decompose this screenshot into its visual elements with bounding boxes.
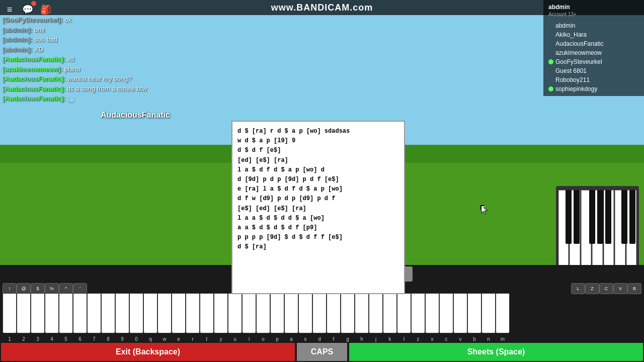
key-label-o: o xyxy=(256,336,270,342)
piano-white-key-2[interactable] xyxy=(17,293,31,333)
piano-white-key-c[interactable] xyxy=(439,293,453,333)
piano-white-key-i[interactable] xyxy=(242,293,256,333)
hamburger-menu-icon[interactable]: ≡ xyxy=(3,3,17,17)
chat-username: [AudaciousFanatic]: xyxy=(3,75,65,82)
chat-line: [AudaciousFanatic]: xd xyxy=(3,54,214,64)
key-label-7: 7 xyxy=(87,336,101,342)
player-name: AudaciousFanatic xyxy=(555,40,603,47)
piano-white-key-t[interactable] xyxy=(200,293,214,333)
deco-black-key xyxy=(566,190,572,244)
player-spacer xyxy=(548,68,553,73)
player-spacer xyxy=(548,41,553,46)
player-status-icon xyxy=(548,59,553,64)
piano-white-key-5[interactable] xyxy=(59,293,73,333)
piano-white-key-r[interactable] xyxy=(186,293,200,333)
player-spacer xyxy=(548,32,553,37)
key-label-g: g xyxy=(341,336,355,342)
piano-white-key-1[interactable] xyxy=(3,293,17,333)
symbol-key[interactable]: ! xyxy=(3,283,17,294)
player-name: Roboboy211 xyxy=(555,76,590,83)
piano-white-key-0[interactable] xyxy=(129,293,143,333)
right-symbol-key[interactable]: V xyxy=(613,283,627,294)
exit-button[interactable]: Exit (Backspace) xyxy=(1,343,295,361)
piano-white-key-7[interactable] xyxy=(87,293,101,333)
symbol-key[interactable]: ' xyxy=(73,283,87,294)
piano-white-key-s[interactable] xyxy=(298,293,312,333)
piano-white-key-4[interactable] xyxy=(45,293,59,333)
right-symbol-key[interactable]: C xyxy=(599,283,613,294)
piano-white-key-u[interactable] xyxy=(228,293,242,333)
piano-white-key-f[interactable] xyxy=(327,293,341,333)
piano-white-key-m[interactable] xyxy=(496,293,510,333)
sheet-line: e [ra] l a $ d f d $ a p [wo] xyxy=(237,185,399,194)
chat-message: soo bad xyxy=(32,36,57,43)
player-item: Akiko_Hara xyxy=(546,30,641,39)
key-label-s: s xyxy=(298,336,312,342)
symbol-key[interactable]: $ xyxy=(31,283,45,294)
symbol-key[interactable]: % xyxy=(45,283,59,294)
chat-line: [abdmin]: XD xyxy=(3,45,214,55)
piano-white-key-z[interactable] xyxy=(411,293,425,333)
sheet-line: d $ d f [e$] xyxy=(237,146,399,155)
piano-white-key-a[interactable] xyxy=(284,293,298,333)
sheet-panel[interactable]: d $ [ra] r d $ a p [wo] sdadsasw d $ a p… xyxy=(231,121,405,294)
chat-line: [abdmin]: soo bad xyxy=(3,35,214,45)
chat-username: [GooFySteveurkel]: xyxy=(3,16,63,24)
player-name: Guest 6801 xyxy=(555,67,587,74)
key-label-3: 3 xyxy=(31,336,45,342)
sheet-line: p p p p [9d] $ d $ d f f [e$] xyxy=(237,233,399,242)
key-label-f: f xyxy=(327,336,341,342)
piano-white-key-x[interactable] xyxy=(425,293,439,333)
key-label-2: 2 xyxy=(17,336,31,342)
piano-white-key-h[interactable] xyxy=(355,293,369,333)
symbol-key[interactable]: @ xyxy=(17,283,31,294)
key-label-w: w xyxy=(157,336,172,342)
key-label-d: d xyxy=(312,336,327,342)
player-status-icon xyxy=(548,86,553,92)
chat-line: [AudaciousFanatic]: ;_; xyxy=(3,94,214,104)
piano-white-key-q[interactable] xyxy=(143,293,157,333)
piano-white-key-k[interactable] xyxy=(383,293,397,333)
piano-white-key-v[interactable] xyxy=(453,293,467,333)
backpack-icon[interactable]: 🎒 xyxy=(39,3,53,17)
sheets-button[interactable]: Sheets (Space) xyxy=(349,343,643,361)
chat-line: [AudaciousFanatic]: wanna hear my song? xyxy=(3,74,214,84)
chat-icon[interactable]: 💬 xyxy=(21,3,35,17)
key-label-n: n xyxy=(481,336,496,342)
piano-white-key-9[interactable] xyxy=(115,293,129,333)
chat-line: [azukimeowmeow]: piano xyxy=(3,64,214,74)
piano-white-key-w[interactable] xyxy=(157,293,172,333)
sheet-line: d $ [ra] xyxy=(237,242,399,252)
piano-white-key-p[interactable] xyxy=(270,293,284,333)
bottom-buttons-row: Exit (Backspace) CAPS Sheets (Space) xyxy=(0,342,644,362)
chat-message: ok xyxy=(63,16,71,24)
player-list-username: abdmin xyxy=(546,3,641,12)
player-spacer xyxy=(548,50,553,55)
right-symbol-key[interactable]: B xyxy=(627,283,641,294)
piano-white-key-g[interactable] xyxy=(341,293,355,333)
piano-white-key-n[interactable] xyxy=(481,293,496,333)
piano-white-key-8[interactable] xyxy=(101,293,115,333)
player-item: abdmin xyxy=(546,21,641,30)
piano-white-key-e[interactable] xyxy=(172,293,186,333)
piano-white-key-o[interactable] xyxy=(256,293,270,333)
piano-white-key-b[interactable] xyxy=(467,293,481,333)
right-symbol-key[interactable]: Z xyxy=(585,283,599,294)
symbol-key[interactable]: ^ xyxy=(59,283,73,294)
piano-white-key-y[interactable] xyxy=(214,293,228,333)
piano-white-key-6[interactable] xyxy=(73,293,87,333)
deco-black-key xyxy=(589,190,595,244)
key-label-5: 5 xyxy=(59,336,73,342)
sheet-line: a a $ d $ d $ d f [p9] xyxy=(237,223,399,233)
deco-black-key xyxy=(597,190,603,244)
piano-white-key-3[interactable] xyxy=(31,293,45,333)
caps-button[interactable]: CAPS xyxy=(297,343,347,361)
chat-username: [AudaciousFanatic]: xyxy=(3,95,65,102)
sheet-line: [ed] [e$] [ra] xyxy=(237,156,399,165)
deco-black-key xyxy=(605,190,611,244)
player-nametag: AudaciousFanatic xyxy=(101,111,170,120)
piano-white-key-j[interactable] xyxy=(369,293,383,333)
piano-white-key-l[interactable] xyxy=(397,293,411,333)
piano-white-key-d[interactable] xyxy=(312,293,327,333)
right-symbol-key[interactable]: L xyxy=(571,283,585,294)
